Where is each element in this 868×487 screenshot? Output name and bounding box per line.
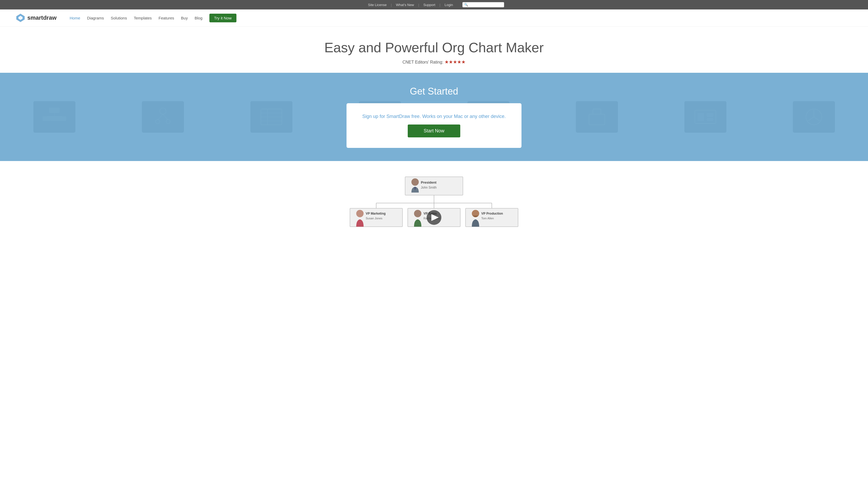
nav-features[interactable]: Features bbox=[156, 14, 177, 22]
login-link[interactable]: Login bbox=[440, 3, 457, 7]
bg-diagram-1 bbox=[41, 106, 67, 127]
try-it-now-button[interactable]: Try it Now bbox=[209, 14, 237, 22]
svg-rect-26 bbox=[589, 114, 605, 125]
svg-rect-29 bbox=[695, 110, 716, 123]
svg-rect-31 bbox=[707, 113, 713, 117]
org-chart-svg: President John Smith VP Marketing Susan … bbox=[342, 174, 526, 232]
nav-diagrams[interactable]: Diagrams bbox=[84, 14, 106, 22]
bg-diagram-8 bbox=[801, 106, 827, 127]
bg-icon-3 bbox=[250, 101, 292, 133]
svg-rect-3 bbox=[49, 108, 60, 113]
nav-templates[interactable]: Templates bbox=[131, 14, 154, 22]
rating-stars: ★★★★★ bbox=[444, 59, 466, 65]
svg-rect-14 bbox=[261, 109, 282, 125]
bg-icon-6 bbox=[576, 101, 618, 133]
svg-rect-8 bbox=[58, 116, 66, 121]
svg-line-10 bbox=[158, 114, 163, 120]
svg-rect-6 bbox=[42, 116, 51, 121]
nav-home[interactable]: Home bbox=[67, 14, 83, 22]
bg-icon-7 bbox=[684, 101, 726, 133]
get-started-banner: Get Started Sign up for SmartDraw free. … bbox=[0, 73, 868, 161]
support-link[interactable]: Support bbox=[419, 3, 439, 7]
svg-rect-27 bbox=[593, 109, 601, 114]
svg-point-35 bbox=[411, 178, 419, 186]
bg-diagram-7 bbox=[692, 106, 718, 127]
hero-title: Easy and Powerful Org Chart Maker bbox=[5, 40, 863, 55]
svg-point-46 bbox=[414, 210, 422, 217]
start-now-button[interactable]: Start Now bbox=[408, 124, 460, 138]
org-chart: President John Smith VP Marketing Susan … bbox=[342, 174, 526, 232]
site-license-link[interactable]: Site License bbox=[364, 3, 391, 7]
logo-icon bbox=[16, 13, 25, 23]
bg-diagram-2 bbox=[150, 106, 176, 127]
get-started-card: Sign up for SmartDraw free. Works on you… bbox=[346, 103, 522, 148]
nav-solutions[interactable]: Solutions bbox=[108, 14, 129, 22]
svg-rect-30 bbox=[698, 113, 704, 121]
search-box: 🔍 bbox=[462, 2, 504, 7]
get-started-heading: Get Started bbox=[5, 86, 863, 97]
svg-text:VP Production: VP Production bbox=[481, 212, 503, 215]
svg-point-12 bbox=[156, 120, 160, 124]
logo-link[interactable]: smartdraw bbox=[16, 13, 57, 23]
bg-icon-8 bbox=[793, 101, 835, 133]
svg-point-13 bbox=[166, 120, 170, 124]
nav-blog[interactable]: Blog bbox=[192, 14, 205, 22]
rating-label: CNET Editors' Rating: bbox=[402, 60, 443, 64]
president-title: President bbox=[421, 180, 437, 184]
svg-line-11 bbox=[163, 114, 168, 120]
logo-text: smartdraw bbox=[27, 14, 57, 21]
svg-rect-32 bbox=[707, 118, 713, 121]
bg-icon-1 bbox=[33, 101, 75, 133]
president-name: John Smith bbox=[421, 186, 437, 189]
nav-links: Home Diagrams Solutions Templates Featur… bbox=[67, 14, 852, 22]
org-chart-section: President John Smith VP Marketing Susan … bbox=[0, 161, 868, 240]
svg-point-33 bbox=[806, 109, 822, 125]
bg-diagram-6 bbox=[584, 106, 610, 127]
whats-new-link[interactable]: What's New bbox=[392, 3, 418, 7]
bg-diagram-3 bbox=[258, 106, 284, 127]
get-started-subtext: Sign up for SmartDraw free. Works on you… bbox=[362, 114, 506, 119]
bg-icon-2 bbox=[142, 101, 184, 133]
hero-rating: CNET Editors' Rating: ★★★★★ bbox=[5, 59, 863, 65]
svg-point-9 bbox=[160, 108, 166, 114]
hero-section: Easy and Powerful Org Chart Maker CNET E… bbox=[0, 27, 868, 73]
search-input[interactable] bbox=[468, 3, 502, 6]
svg-text:Susan Jones: Susan Jones bbox=[366, 217, 382, 220]
svg-point-42 bbox=[356, 210, 364, 217]
nav-buy[interactable]: Buy bbox=[178, 14, 190, 22]
top-bar: Site License | What's New | Support | Lo… bbox=[0, 0, 868, 9]
svg-text:Tom Allen: Tom Allen bbox=[481, 217, 494, 220]
svg-text:VP Marketing: VP Marketing bbox=[366, 212, 386, 215]
search-icon: 🔍 bbox=[464, 3, 468, 6]
svg-rect-7 bbox=[51, 116, 58, 121]
main-nav: smartdraw Home Diagrams Solutions Templa… bbox=[0, 9, 868, 27]
